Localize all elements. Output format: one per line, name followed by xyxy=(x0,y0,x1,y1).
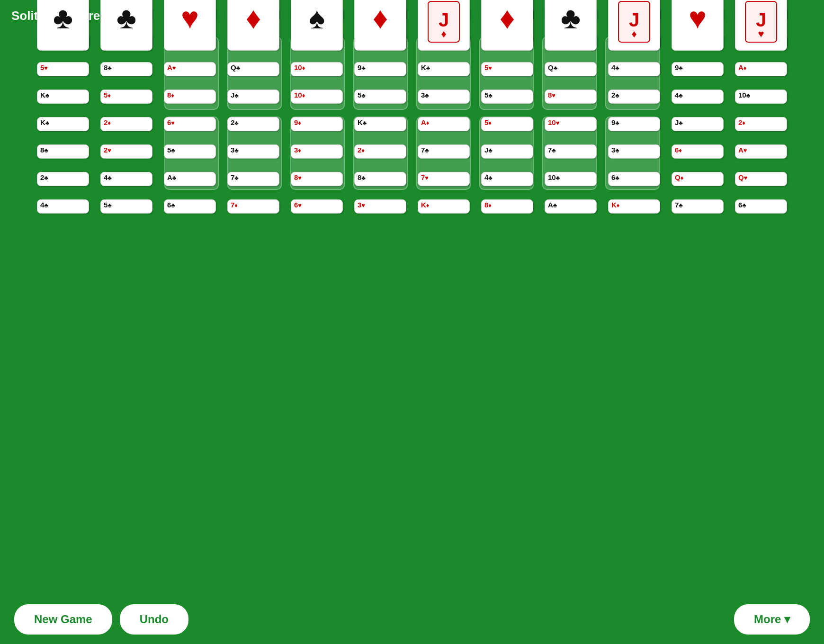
tableau-card[interactable]: 5♣ xyxy=(164,144,216,159)
tableau-card[interactable]: J♣ xyxy=(227,89,279,104)
tableau-card[interactable]: 6♣ ♠ xyxy=(291,0,343,51)
tableau-card[interactable]: 8♦ xyxy=(481,199,533,214)
tableau-card[interactable]: 4♣ xyxy=(100,172,152,186)
tableau-card[interactable]: 10♥ xyxy=(545,117,597,131)
tableau-card[interactable]: 4♥ ♥ xyxy=(672,0,724,51)
tableau-card[interactable]: J♣ xyxy=(481,144,533,159)
tableau-card[interactable]: 8♦ xyxy=(164,89,216,104)
tableau-card[interactable]: 10♣ xyxy=(735,89,787,104)
tableau-card[interactable]: A♦ xyxy=(735,62,787,76)
tableau-card[interactable]: 3♦ xyxy=(291,144,343,159)
tableau-card[interactable]: 7♦ xyxy=(227,199,279,214)
bottom-bar: New Game Undo More ▾ xyxy=(0,595,824,644)
svg-text:♦: ♦ xyxy=(631,28,636,40)
tableau-card[interactable]: 8♦ ♦ xyxy=(227,0,279,51)
tableau-card[interactable]: 6♣ xyxy=(608,172,660,186)
tableau-card[interactable]: J♥ J ♥ xyxy=(735,0,787,51)
tableau-card[interactable]: 7♣ xyxy=(227,172,279,186)
tableau-card[interactable]: Q♥ xyxy=(735,172,787,186)
tableau-card[interactable]: Q♦ xyxy=(672,172,724,186)
tableau-card[interactable]: K♣ xyxy=(37,117,89,131)
undo-button[interactable]: Undo xyxy=(120,604,188,635)
tableau-card[interactable]: 2♣ xyxy=(608,89,660,104)
tableau-card[interactable]: 2♥ xyxy=(100,144,152,159)
tableau-card[interactable]: 7♥ ♥ xyxy=(164,0,216,51)
tableau-card[interactable]: 10♣ ♣ xyxy=(100,0,152,51)
svg-text:♥: ♥ xyxy=(758,28,764,40)
tableau-card[interactable]: 5♦ xyxy=(481,117,533,131)
tableau-card[interactable]: 2♦ xyxy=(735,117,787,131)
tableau-card[interactable]: 5♣ xyxy=(100,199,152,214)
tableau-card[interactable]: 10♣ ♣ xyxy=(545,0,597,51)
tableau-card[interactable]: 9♣ xyxy=(354,62,406,76)
tableau-card[interactable]: 5♦ xyxy=(100,89,152,104)
tableau-card[interactable]: K♣ xyxy=(354,117,406,131)
tableau-card[interactable]: A♥ xyxy=(735,144,787,159)
tableau-card[interactable]: J♣ xyxy=(672,117,724,131)
tableau-card[interactable]: A♣ xyxy=(164,172,216,186)
tableau-card[interactable]: 5♣ xyxy=(481,89,533,104)
tableau-card[interactable]: Q♣ xyxy=(227,62,279,76)
tableau-card[interactable]: 10♦ xyxy=(291,89,343,104)
tableau: 4♣ 2♣ 8♣ K♣ K♣ 5♥ xyxy=(0,190,824,199)
tableau-card[interactable]: 4♣ ♣ xyxy=(37,0,89,51)
tableau-card[interactable]: K♦ xyxy=(418,199,470,214)
tableau-card[interactable]: J♦ J ♦ xyxy=(608,0,660,51)
tableau-card[interactable]: 9♣ xyxy=(672,62,724,76)
tableau-card[interactable]: K♦ xyxy=(608,199,660,214)
tableau-card[interactable]: J♦ J ♦ xyxy=(418,0,470,51)
tableau-card[interactable]: 7♣ xyxy=(418,144,470,159)
tableau-card[interactable]: 8♣ xyxy=(100,62,152,76)
tableau-card[interactable]: 10♣ xyxy=(545,172,597,186)
tableau-card[interactable]: A♦ xyxy=(418,117,470,131)
tableau-card[interactable]: 7♥ xyxy=(418,172,470,186)
tableau-card[interactable]: 4♣ xyxy=(37,199,89,214)
tableau-card[interactable]: 6♦ xyxy=(672,144,724,159)
tableau-card[interactable]: 8♥ xyxy=(291,172,343,186)
tableau-card[interactable]: 4♣ xyxy=(608,62,660,76)
tableau-card[interactable]: K♣ xyxy=(418,62,470,76)
bottom-left-buttons: New Game Undo xyxy=(14,604,188,635)
tableau-card[interactable]: 2♦ xyxy=(354,144,406,159)
tableau-card[interactable]: 6♥ xyxy=(291,199,343,214)
tableau-card[interactable]: 4♦ ♦ xyxy=(481,0,533,51)
tableau-card[interactable]: 7♣ xyxy=(672,199,724,214)
tableau-card[interactable]: 8♣ xyxy=(37,144,89,159)
svg-text:J: J xyxy=(439,9,449,30)
tableau-card[interactable]: 8♥ xyxy=(545,89,597,104)
tableau-card[interactable]: 9♣ xyxy=(608,117,660,131)
tableau-card[interactable]: 3♣ xyxy=(418,89,470,104)
new-game-button[interactable]: New Game xyxy=(14,604,112,635)
tableau-card[interactable]: 9♦ xyxy=(291,117,343,131)
tableau-card[interactable]: 9♦ ♦ xyxy=(354,0,406,51)
svg-text:J: J xyxy=(756,9,766,30)
tableau-card[interactable]: 4♣ xyxy=(672,89,724,104)
tableau-card[interactable]: 10♦ xyxy=(291,62,343,76)
tableau-card[interactable]: 4♣ xyxy=(481,172,533,186)
tableau-card[interactable]: Q♣ xyxy=(545,62,597,76)
tableau-card[interactable]: 5♥ xyxy=(37,62,89,76)
tableau-card[interactable]: 2♣ xyxy=(227,117,279,131)
tableau-card[interactable]: 2♦ xyxy=(100,117,152,131)
tableau-card[interactable]: 7♣ xyxy=(545,144,597,159)
tableau-card[interactable]: 2♣ xyxy=(37,172,89,186)
tableau-card[interactable]: 6♣ xyxy=(164,199,216,214)
tableau-card[interactable]: 6♥ xyxy=(164,117,216,131)
tableau-card[interactable]: A♥ xyxy=(164,62,216,76)
svg-text:J: J xyxy=(629,9,639,30)
svg-text:♦: ♦ xyxy=(441,28,446,40)
tableau-card[interactable]: 3♥ xyxy=(354,199,406,214)
tableau-card[interactable]: K♣ xyxy=(37,89,89,104)
tableau-card[interactable]: 5♥ xyxy=(481,62,533,76)
tableau-card[interactable]: 3♣ xyxy=(227,144,279,159)
tableau-card[interactable]: 8♣ xyxy=(354,172,406,186)
tableau-card[interactable]: A♣ xyxy=(545,199,597,214)
tableau-card[interactable]: 5♣ xyxy=(354,89,406,104)
tableau-card[interactable]: 3♣ xyxy=(608,144,660,159)
more-button[interactable]: More ▾ xyxy=(734,604,810,635)
tableau-card[interactable]: 6♣ xyxy=(735,199,787,214)
